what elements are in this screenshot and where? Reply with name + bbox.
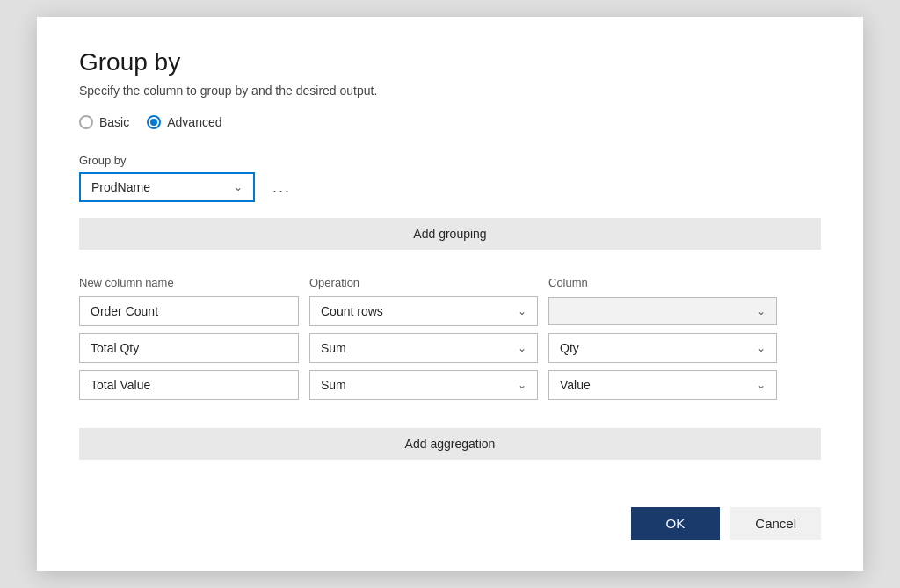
agg-column-value-2: Qty — [560, 341, 579, 355]
agg-row-3: Sum ⌄ Value ⌄ — [79, 370, 821, 400]
header-column: Column — [548, 276, 777, 289]
group-by-row: ProdName ⌄ ... — [79, 172, 821, 202]
radio-advanced[interactable]: Advanced — [147, 115, 221, 129]
radio-advanced-circle — [147, 115, 161, 129]
agg-column-select-1: ⌄ — [548, 297, 777, 325]
agg-name-input-1[interactable] — [79, 296, 299, 326]
chevron-down-icon: ⌄ — [234, 181, 243, 193]
agg-operation-value-2: Sum — [321, 341, 346, 355]
dialog-subtitle: Specify the column to group by and the d… — [79, 83, 821, 98]
chevron-down-icon: ⌄ — [757, 379, 766, 391]
agg-operation-select-3[interactable]: Sum ⌄ — [309, 370, 538, 400]
radio-basic-circle — [79, 115, 93, 129]
agg-row-1: Count rows ⌄ ⌄ — [79, 296, 821, 326]
ok-button[interactable]: OK — [631, 507, 721, 540]
agg-name-input-3[interactable] — [79, 370, 299, 400]
header-operation: Operation — [309, 276, 538, 289]
agg-row-2: Sum ⌄ Qty ⌄ — [79, 333, 821, 363]
header-new-column-name: New column name — [79, 276, 299, 289]
chevron-down-icon: ⌄ — [757, 305, 766, 317]
agg-operation-value-1: Count rows — [321, 304, 383, 318]
agg-column-select-2[interactable]: Qty ⌄ — [548, 333, 777, 363]
agg-column-value-3: Value — [560, 378, 591, 392]
group-by-dialog: Group by Specify the column to group by … — [37, 17, 863, 571]
chevron-down-icon: ⌄ — [518, 305, 526, 317]
chevron-down-icon: ⌄ — [757, 342, 766, 354]
agg-operation-value-3: Sum — [321, 378, 346, 392]
aggregation-section: New column name Operation Column Count r… — [79, 276, 821, 407]
chevron-down-icon: ⌄ — [518, 342, 526, 354]
agg-name-input-2[interactable] — [79, 333, 299, 363]
chevron-down-icon: ⌄ — [518, 379, 526, 391]
radio-basic[interactable]: Basic — [79, 115, 129, 129]
cancel-button[interactable]: Cancel — [730, 507, 821, 540]
radio-group: Basic Advanced — [79, 115, 821, 129]
add-aggregation-button[interactable]: Add aggregation — [79, 428, 821, 460]
aggregation-headers: New column name Operation Column — [79, 276, 821, 289]
group-by-select[interactable]: ProdName ⌄ — [79, 172, 255, 202]
radio-advanced-label: Advanced — [167, 115, 221, 129]
dialog-title: Group by — [79, 48, 821, 76]
agg-operation-select-1[interactable]: Count rows ⌄ — [309, 296, 538, 326]
group-by-label: Group by — [79, 154, 821, 167]
agg-operation-select-2[interactable]: Sum ⌄ — [309, 333, 538, 363]
radio-basic-label: Basic — [99, 115, 129, 129]
group-by-value: ProdName — [91, 180, 150, 194]
agg-column-select-3[interactable]: Value ⌄ — [548, 370, 777, 400]
ellipsis-button[interactable]: ... — [265, 175, 298, 200]
add-grouping-button[interactable]: Add grouping — [79, 218, 821, 250]
dialog-footer: OK Cancel — [79, 486, 821, 540]
